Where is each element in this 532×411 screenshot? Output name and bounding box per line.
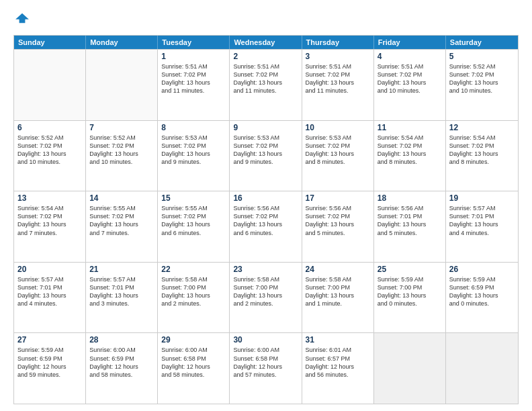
- day-number: 10: [306, 123, 370, 132]
- logo-icon: [15, 11, 30, 26]
- cell-line: and 11 minutes.: [306, 87, 370, 95]
- cell-line: and 1 minute.: [306, 300, 370, 308]
- calendar-cell: 9Sunrise: 5:53 AMSunset: 7:02 PMDaylight…: [230, 121, 302, 191]
- cell-line: and 11 minutes.: [161, 87, 226, 95]
- cell-line: Sunrise: 5:57 AM: [89, 275, 154, 283]
- day-number: 15: [161, 193, 226, 203]
- cell-line: and 5 minutes.: [306, 229, 370, 237]
- day-number: 25: [378, 265, 442, 274]
- cell-line: and 2 minutes.: [233, 300, 298, 308]
- cell-line: Daylight: 12 hours: [233, 363, 298, 371]
- cell-line: and 56 minutes.: [306, 371, 370, 379]
- calendar-cell: 27Sunrise: 5:59 AMSunset: 6:59 PMDayligh…: [14, 333, 86, 404]
- calendar-header-cell: Saturday: [446, 36, 518, 49]
- cell-line: Sunrise: 5:56 AM: [233, 204, 298, 212]
- calendar-cell: [14, 50, 86, 120]
- cell-line: Daylight: 12 hours: [161, 363, 226, 371]
- cell-line: Sunset: 7:02 PM: [233, 71, 298, 79]
- cell-line: Daylight: 13 hours: [161, 79, 226, 87]
- cell-line: and 11 minutes.: [233, 87, 298, 95]
- cell-line: Sunrise: 5:58 AM: [233, 275, 298, 283]
- calendar-cell: 10Sunrise: 5:53 AMSunset: 7:02 PMDayligh…: [302, 121, 374, 191]
- calendar-cell: 15Sunrise: 5:55 AMSunset: 7:02 PMDayligh…: [158, 191, 230, 262]
- calendar-cell: 25Sunrise: 5:59 AMSunset: 7:00 PMDayligh…: [374, 263, 446, 333]
- calendar-cell: [446, 333, 518, 404]
- cell-line: Sunrise: 5:57 AM: [449, 204, 515, 212]
- cell-line: Sunset: 7:01 PM: [378, 212, 442, 220]
- cell-line: Sunset: 7:02 PM: [89, 212, 154, 220]
- cell-line: Sunset: 7:02 PM: [233, 142, 298, 150]
- day-number: 4: [378, 52, 442, 61]
- day-number: 23: [233, 265, 298, 274]
- day-number: 19: [449, 193, 515, 203]
- day-number: 17: [306, 193, 370, 203]
- calendar-cell: 2Sunrise: 5:51 AMSunset: 7:02 PMDaylight…: [230, 50, 302, 120]
- cell-line: Daylight: 13 hours: [17, 291, 82, 300]
- cell-line: Daylight: 13 hours: [306, 220, 370, 228]
- cell-line: and 0 minutes.: [378, 300, 442, 308]
- cell-line: Daylight: 13 hours: [89, 291, 154, 300]
- cell-line: and 10 minutes.: [449, 87, 515, 95]
- calendar-cell: 13Sunrise: 5:54 AMSunset: 7:02 PMDayligh…: [14, 191, 86, 262]
- cell-line: Sunrise: 5:58 AM: [161, 275, 226, 283]
- cell-line: Sunset: 7:00 PM: [306, 283, 370, 291]
- day-number: 13: [17, 193, 82, 203]
- calendar-row: 6Sunrise: 5:52 AMSunset: 7:02 PMDaylight…: [14, 120, 518, 191]
- calendar-cell: 18Sunrise: 5:56 AMSunset: 7:01 PMDayligh…: [374, 191, 446, 262]
- cell-line: and 6 minutes.: [233, 229, 298, 237]
- cell-line: Sunrise: 5:52 AM: [17, 134, 82, 142]
- calendar-cell: 22Sunrise: 5:58 AMSunset: 7:00 PMDayligh…: [158, 263, 230, 333]
- cell-line: Daylight: 13 hours: [449, 79, 515, 87]
- cell-line: Daylight: 13 hours: [306, 79, 370, 87]
- cell-line: Sunrise: 6:00 AM: [161, 346, 226, 354]
- day-number: 22: [161, 265, 226, 274]
- cell-line: Daylight: 13 hours: [233, 220, 298, 228]
- cell-line: and 4 minutes.: [449, 229, 515, 237]
- cell-line: and 10 minutes.: [17, 158, 82, 166]
- cell-line: Sunset: 7:00 PM: [378, 283, 442, 291]
- cell-line: and 58 minutes.: [161, 371, 226, 379]
- cell-line: Sunset: 7:02 PM: [161, 142, 226, 150]
- cell-line: and 4 minutes.: [17, 300, 82, 308]
- header: [13, 11, 519, 28]
- cell-line: and 59 minutes.: [17, 371, 82, 379]
- cell-line: Sunrise: 5:51 AM: [161, 62, 226, 71]
- cell-line: Daylight: 13 hours: [449, 291, 515, 300]
- cell-line: Sunrise: 5:56 AM: [306, 204, 370, 212]
- calendar-row: 27Sunrise: 5:59 AMSunset: 6:59 PMDayligh…: [14, 332, 518, 404]
- calendar-body: 1Sunrise: 5:51 AMSunset: 7:02 PMDaylight…: [14, 49, 518, 404]
- cell-line: Sunset: 7:02 PM: [449, 71, 515, 79]
- cell-line: Daylight: 13 hours: [233, 79, 298, 87]
- day-number: 21: [89, 265, 154, 274]
- cell-line: Sunrise: 5:58 AM: [306, 275, 370, 283]
- cell-line: Sunrise: 5:53 AM: [233, 134, 298, 142]
- cell-line: Daylight: 13 hours: [161, 291, 226, 300]
- calendar-header-cell: Wednesday: [230, 36, 302, 49]
- cell-line: Daylight: 13 hours: [233, 150, 298, 158]
- cell-line: Sunrise: 6:01 AM: [306, 346, 370, 354]
- cell-line: and 8 minutes.: [378, 158, 442, 166]
- cell-line: and 7 minutes.: [17, 229, 82, 237]
- calendar-cell: 31Sunrise: 6:01 AMSunset: 6:57 PMDayligh…: [302, 333, 374, 404]
- cell-line: Sunset: 7:02 PM: [306, 212, 370, 220]
- day-number: 8: [161, 123, 226, 132]
- cell-line: Sunrise: 5:51 AM: [233, 62, 298, 71]
- day-number: 3: [306, 52, 370, 61]
- cell-line: Sunrise: 5:51 AM: [378, 62, 442, 71]
- page: SundayMondayTuesdayWednesdayThursdayFrid…: [0, 0, 532, 411]
- calendar-cell: 8Sunrise: 5:53 AMSunset: 7:02 PMDaylight…: [158, 121, 230, 191]
- calendar-cell: 28Sunrise: 6:00 AMSunset: 6:59 PMDayligh…: [86, 333, 158, 404]
- day-number: 9: [233, 123, 298, 132]
- day-number: 29: [161, 335, 226, 345]
- day-number: 27: [17, 335, 82, 345]
- calendar-cell: 19Sunrise: 5:57 AMSunset: 7:01 PMDayligh…: [446, 191, 518, 262]
- calendar-cell: 24Sunrise: 5:58 AMSunset: 7:00 PMDayligh…: [302, 263, 374, 333]
- cell-line: Daylight: 13 hours: [378, 79, 442, 87]
- calendar-cell: 30Sunrise: 6:00 AMSunset: 6:58 PMDayligh…: [230, 333, 302, 404]
- cell-line: Sunrise: 5:54 AM: [378, 134, 442, 142]
- cell-line: Daylight: 13 hours: [449, 150, 515, 158]
- day-number: 30: [233, 335, 298, 345]
- calendar-cell: 4Sunrise: 5:51 AMSunset: 7:02 PMDaylight…: [374, 50, 446, 120]
- calendar-header-cell: Monday: [86, 36, 158, 49]
- day-number: 24: [306, 265, 370, 274]
